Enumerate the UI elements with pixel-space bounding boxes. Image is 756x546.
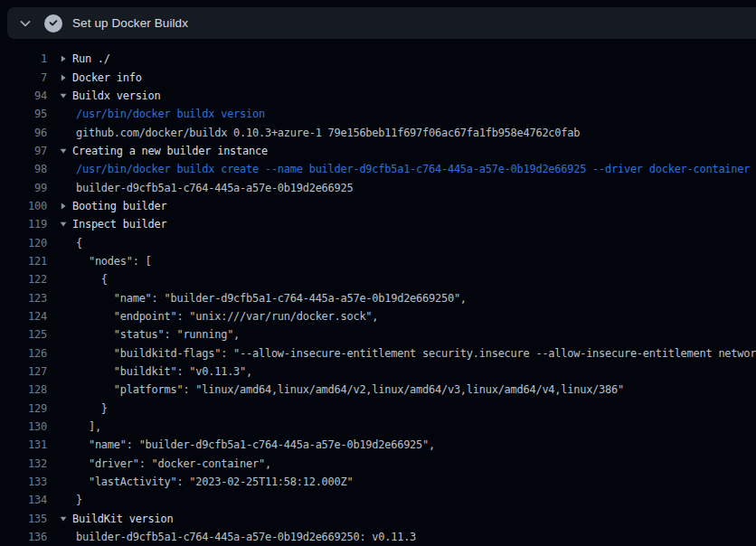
group-collapsed-caret-icon[interactable] xyxy=(60,74,67,81)
output-text: "lastActivity": "2023-02-25T11:58:12.000… xyxy=(76,475,353,488)
log-row: 132 "driver": "docker-container", xyxy=(0,455,756,473)
log-lines: 1Run ./7Docker info94Buildx version95/us… xyxy=(0,50,756,546)
group-collapsed-caret-icon[interactable] xyxy=(60,202,67,210)
log-group-row[interactable]: 94Buildx version xyxy=(0,87,756,105)
group-title: BuildKit version xyxy=(72,513,173,525)
log-row: 133 "lastActivity": "2023-02-25T11:58:12… xyxy=(0,473,756,491)
log-row: 123 "name": "builder-d9cfb5a1-c764-445a-… xyxy=(0,288,756,306)
line-number[interactable]: 99 xyxy=(0,182,47,194)
line-number[interactable]: 130 xyxy=(0,420,47,433)
line-number[interactable]: 7 xyxy=(0,71,47,84)
log-group-row[interactable]: 1Run ./ xyxy=(0,50,756,68)
group-title: Buildx version xyxy=(72,89,161,102)
log-row: 122 { xyxy=(0,270,756,288)
line-number[interactable]: 100 xyxy=(0,200,47,212)
log-row: 134} xyxy=(0,491,756,509)
log-row: 95/usr/bin/docker buildx version xyxy=(0,105,756,123)
step-header[interactable]: Set up Docker Buildx xyxy=(7,7,756,39)
log-row: 131 "name": "builder-d9cfb5a1-c764-445a-… xyxy=(0,436,756,454)
line-number[interactable]: 125 xyxy=(0,328,47,341)
line-number[interactable]: 131 xyxy=(0,438,47,451)
line-number[interactable]: 120 xyxy=(0,237,47,249)
group-expanded-caret-icon[interactable] xyxy=(60,92,67,99)
line-number[interactable]: 119 xyxy=(0,218,47,231)
output-text: "platforms": "linux/amd64,linux/amd64/v2… xyxy=(76,383,624,396)
log-row: 120{ xyxy=(0,233,756,251)
log-group-row[interactable]: 119Inspect builder xyxy=(0,215,756,233)
command-text: /usr/bin/docker buildx create --name bui… xyxy=(76,163,750,175)
log-row: 130 ], xyxy=(0,418,756,436)
log-group-row[interactable]: 7Docker info xyxy=(0,68,756,86)
line-number[interactable]: 128 xyxy=(0,383,47,396)
output-text: { xyxy=(76,237,82,249)
output-text: builder-d9cfb5a1-c764-445a-a57e-0b19d2e6… xyxy=(76,182,353,194)
group-title: Creating a new builder instance xyxy=(72,145,268,157)
line-number[interactable]: 98 xyxy=(0,163,47,175)
log-row: 129 } xyxy=(0,400,756,418)
output-text: "driver": "docker-container", xyxy=(76,457,271,470)
line-number[interactable]: 127 xyxy=(0,365,47,378)
line-number[interactable]: 95 xyxy=(0,108,47,120)
check-circle-icon xyxy=(44,14,62,33)
output-text: "buildkit": "v0.11.3", xyxy=(76,365,252,378)
log-row: 127 "buildkit": "v0.11.3", xyxy=(0,362,756,381)
output-text: { xyxy=(76,273,108,286)
step-title: Set up Docker Buildx xyxy=(72,16,188,30)
output-text: } xyxy=(76,402,108,415)
output-text: "buildkitd-flags": "--allow-insecure-ent… xyxy=(76,347,756,360)
chevron-down-icon[interactable] xyxy=(18,16,33,31)
log-row: 136builder-d9cfb5a1-c764-445a-a57e-0b19d… xyxy=(0,528,756,546)
output-text: } xyxy=(76,494,82,506)
group-expanded-caret-icon[interactable] xyxy=(60,147,67,155)
command-text: /usr/bin/docker buildx version xyxy=(76,108,265,120)
line-number[interactable]: 122 xyxy=(0,273,47,286)
output-text: "nodes": [ xyxy=(76,255,152,268)
line-number[interactable]: 97 xyxy=(0,145,47,157)
output-text: "name": "builder-d9cfb5a1-c764-445a-a57e… xyxy=(76,438,435,451)
line-number[interactable]: 121 xyxy=(0,255,47,268)
log-row: 96github.com/docker/buildx 0.10.3+azure-… xyxy=(0,123,756,141)
line-number[interactable]: 132 xyxy=(0,457,47,470)
line-number[interactable]: 1 xyxy=(0,52,47,65)
output-text: "status": "running", xyxy=(76,328,240,341)
line-number[interactable]: 129 xyxy=(0,402,47,415)
line-number[interactable]: 96 xyxy=(0,127,47,139)
output-text: ], xyxy=(76,420,101,433)
group-collapsed-caret-icon[interactable] xyxy=(60,55,67,62)
group-expanded-caret-icon[interactable] xyxy=(60,515,67,522)
line-number[interactable]: 133 xyxy=(0,475,47,488)
group-title: Inspect builder xyxy=(72,218,166,231)
output-text: builder-d9cfb5a1-c764-445a-a57e-0b19d2e6… xyxy=(76,531,416,543)
log-row: 121 "nodes": [ xyxy=(0,252,756,270)
group-expanded-caret-icon[interactable] xyxy=(60,221,67,228)
line-number[interactable]: 94 xyxy=(0,89,47,102)
line-number[interactable]: 126 xyxy=(0,347,47,360)
log-row: 128 "platforms": "linux/amd64,linux/amd6… xyxy=(0,381,756,399)
log-row: 98/usr/bin/docker buildx create --name b… xyxy=(0,160,756,178)
line-number[interactable]: 123 xyxy=(0,292,47,305)
output-text: "name": "builder-d9cfb5a1-c764-445a-a57e… xyxy=(76,292,467,305)
output-text: "endpoint": "unix:///var/run/docker.sock… xyxy=(76,310,378,323)
log-row: 125 "status": "running", xyxy=(0,325,756,344)
group-title: Docker info xyxy=(72,71,142,84)
output-text: github.com/docker/buildx 0.10.3+azure-1 … xyxy=(76,127,580,139)
line-number[interactable]: 135 xyxy=(0,513,47,525)
log-group-row[interactable]: 97Creating a new builder instance xyxy=(0,142,756,160)
log-group-row[interactable]: 135BuildKit version xyxy=(0,510,756,528)
group-title: Run ./ xyxy=(72,52,110,65)
log-row: 99builder-d9cfb5a1-c764-445a-a57e-0b19d2… xyxy=(0,178,756,196)
line-number[interactable]: 134 xyxy=(0,494,47,506)
line-number[interactable]: 136 xyxy=(0,531,47,543)
log-row: 124 "endpoint": "unix:///var/run/docker.… xyxy=(0,307,756,325)
actions-log-viewer: Set up Docker Buildx 1Run ./7Docker info… xyxy=(0,7,756,546)
log-group-row[interactable]: 100Booting builder xyxy=(0,197,756,215)
line-number[interactable]: 124 xyxy=(0,310,47,323)
group-title: Booting builder xyxy=(72,200,166,212)
log-row: 126 "buildkitd-flags": "--allow-insecure… xyxy=(0,344,756,362)
